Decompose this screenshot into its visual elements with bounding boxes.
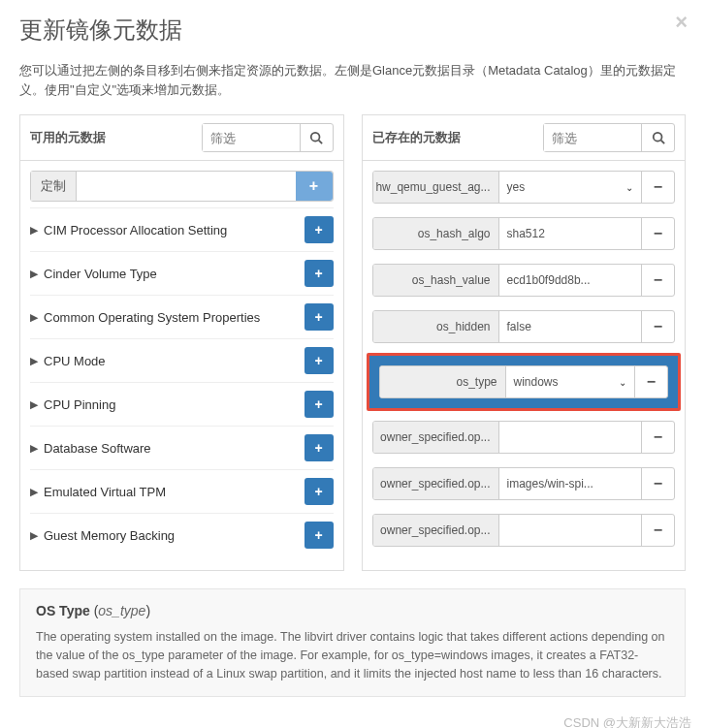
remove-button[interactable]: − — [641, 172, 674, 203]
add-button[interactable]: + — [304, 260, 334, 287]
highlighted-row: os_typewindows⌄− — [367, 353, 682, 411]
metadata-key: os_hash_value — [373, 265, 499, 296]
close-icon[interactable]: × — [675, 10, 688, 35]
description-title-key: os_type — [98, 603, 145, 618]
add-button[interactable]: + — [304, 434, 334, 461]
available-item-label: Guest Memory Backing — [44, 528, 304, 543]
chevron-right-icon: ▶ — [30, 486, 38, 498]
description-text: The operating system installed on the im… — [36, 628, 669, 682]
available-item[interactable]: ▶Cinder Volume Type+ — [30, 251, 334, 295]
existing-filter-input[interactable] — [544, 124, 641, 151]
existing-panel: 已存在的元数据 hw_qemu_guest_ag...yes⌄−os_hash_… — [362, 114, 687, 571]
remove-button[interactable]: − — [641, 311, 674, 342]
available-item[interactable]: ▶CPU Pinning+ — [30, 382, 334, 426]
svg-point-0 — [311, 133, 320, 142]
available-title: 可用的元数据 — [30, 129, 106, 146]
available-item[interactable]: ▶Emulated Virtual TPM+ — [30, 469, 334, 513]
add-button[interactable]: + — [304, 347, 334, 374]
add-button[interactable]: + — [304, 303, 334, 331]
metadata-row: hw_qemu_guest_ag...yes⌄− — [372, 171, 676, 204]
svg-line-3 — [660, 141, 664, 144]
metadata-row: owner_specified.op...− — [372, 421, 676, 454]
remove-button[interactable]: − — [641, 218, 674, 249]
chevron-right-icon: ▶ — [30, 268, 38, 280]
metadata-key: owner_specified.op... — [373, 422, 499, 453]
remove-button[interactable]: − — [641, 468, 674, 499]
svg-line-1 — [319, 141, 323, 144]
description-panel: OS Type (os_type) The operating system i… — [19, 588, 686, 697]
metadata-key: hw_qemu_guest_ag... — [373, 172, 499, 203]
remove-button[interactable]: − — [641, 265, 674, 296]
chevron-right-icon: ▶ — [30, 529, 38, 542]
metadata-row: os_hash_valueecd1b0f9dd8b...− — [372, 264, 676, 297]
available-body: 定制 + ▶CIM Processor Allocation Setting+▶… — [20, 161, 343, 566]
modal-title: 更新镜像元数据 — [19, 15, 686, 46]
available-item-label: CPU Pinning — [44, 397, 304, 412]
available-filter-input[interactable] — [203, 124, 300, 151]
search-icon[interactable] — [641, 124, 674, 151]
modal-intro: 您可以通过把左侧的条目移到右侧来指定资源的元数据。左侧是Glance元数据目录（… — [19, 61, 686, 99]
metadata-value-input[interactable]: sha512 — [499, 218, 642, 249]
metadata-value-select[interactable]: windows⌄ — [506, 366, 635, 397]
search-icon[interactable] — [300, 124, 333, 151]
metadata-value-input[interactable] — [499, 422, 642, 453]
available-panel: 可用的元数据 定制 + ▶CIM Processor Allocation Se… — [19, 114, 344, 571]
available-item[interactable]: ▶CPU Mode+ — [30, 338, 334, 382]
metadata-key: os_hidden — [373, 311, 499, 342]
available-item-label: Cinder Volume Type — [44, 267, 304, 281]
chevron-right-icon: ▶ — [30, 311, 38, 324]
metadata-value-select[interactable]: yes⌄ — [499, 172, 642, 203]
metadata-value-input[interactable]: ecd1b0f9dd8b... — [499, 265, 642, 296]
remove-button[interactable]: − — [641, 515, 674, 546]
custom-add-button[interactable]: + — [296, 172, 333, 201]
metadata-row: owner_specified.op...− — [372, 514, 676, 547]
custom-label: 定制 — [31, 172, 77, 201]
available-item[interactable]: ▶Database Software+ — [30, 426, 334, 469]
available-item-label: Common Operating System Properties — [44, 310, 304, 325]
existing-title: 已存在的元数据 — [372, 129, 461, 146]
metadata-key: owner_specified.op... — [373, 515, 499, 546]
existing-search — [543, 123, 675, 152]
chevron-down-icon: ⌄ — [619, 377, 626, 388]
existing-header: 已存在的元数据 — [363, 115, 686, 161]
description-title: OS Type (os_type) — [36, 603, 669, 618]
metadata-key: os_hash_algo — [373, 218, 499, 249]
metadata-row: os_typewindows⌄− — [379, 365, 669, 398]
metadata-value-input[interactable] — [499, 515, 642, 546]
metadata-key: owner_specified.op... — [373, 468, 499, 499]
chevron-down-icon: ⌄ — [625, 182, 633, 193]
watermark: CSDN @大新新大浩浩 — [0, 711, 705, 728]
chevron-right-icon: ▶ — [30, 224, 38, 237]
available-item[interactable]: ▶Common Operating System Properties+ — [30, 295, 334, 338]
remove-button[interactable]: − — [641, 422, 674, 453]
add-button[interactable]: + — [304, 216, 334, 243]
description-title-main: OS Type — [36, 603, 90, 618]
remove-button[interactable]: − — [634, 366, 667, 397]
available-item-label: Database Software — [44, 441, 304, 456]
metadata-row: os_hash_algosha512− — [372, 217, 676, 250]
metadata-value-input[interactable]: false — [499, 311, 642, 342]
columns: 可用的元数据 定制 + ▶CIM Processor Allocation Se… — [19, 114, 686, 571]
available-item-label: CPU Mode — [44, 354, 304, 368]
existing-body: hw_qemu_guest_ag...yes⌄−os_hash_algosha5… — [363, 161, 686, 570]
modal-update-metadata: × 更新镜像元数据 您可以通过把左侧的条目移到右侧来指定资源的元数据。左侧是Gl… — [0, 0, 705, 711]
available-item-label: CIM Processor Allocation Setting — [44, 223, 304, 237]
custom-input[interactable] — [77, 172, 296, 201]
metadata-row: os_hiddenfalse− — [372, 310, 676, 343]
available-header: 可用的元数据 — [20, 115, 343, 161]
svg-point-2 — [653, 133, 661, 142]
chevron-right-icon: ▶ — [30, 398, 38, 411]
chevron-right-icon: ▶ — [30, 355, 38, 367]
chevron-right-icon: ▶ — [30, 442, 38, 455]
available-item[interactable]: ▶CIM Processor Allocation Setting+ — [30, 207, 334, 251]
metadata-row: owner_specified.op...images/win-spi...− — [372, 467, 676, 500]
available-search — [202, 123, 334, 152]
metadata-value-input[interactable]: images/win-spi... — [499, 468, 642, 499]
add-button[interactable]: + — [304, 391, 334, 418]
add-button[interactable]: + — [304, 478, 334, 505]
add-button[interactable]: + — [304, 522, 334, 549]
metadata-key: os_type — [380, 366, 506, 397]
available-item[interactable]: ▶Guest Memory Backing+ — [30, 513, 334, 556]
available-item-label: Emulated Virtual TPM — [44, 485, 304, 499]
custom-row: 定制 + — [30, 171, 334, 202]
